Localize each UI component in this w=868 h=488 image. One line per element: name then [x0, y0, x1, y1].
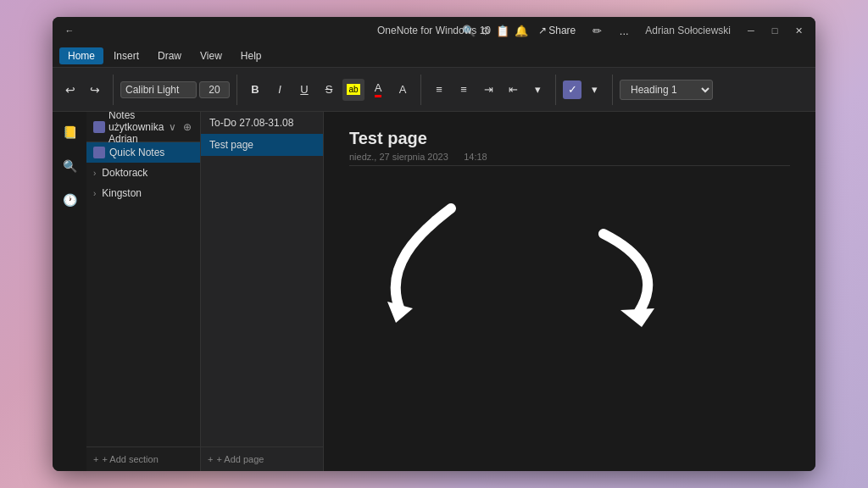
window-title: OneNote for Windows 10	[377, 25, 491, 36]
page-test[interactable]: Test page	[201, 134, 323, 156]
section-kingston-label: Kingston	[102, 187, 142, 199]
share-button[interactable]: ↗ Share	[533, 19, 581, 42]
notebooks-header: Notes użytkownika Adrian ∨ ⊕	[86, 112, 200, 142]
checkbox-dropdown[interactable]: ▾	[583, 79, 605, 101]
chevron-right-icon: ›	[93, 169, 96, 178]
share-icon: ↗	[538, 25, 547, 36]
outdent-button[interactable]: ⇤	[502, 79, 524, 101]
add-section-button[interactable]: + + Add section	[93, 454, 159, 464]
add-page-icon: +	[208, 454, 213, 464]
minimize-button[interactable]: ─	[741, 22, 761, 39]
underline-button[interactable]: U	[293, 79, 315, 101]
notebook-dropdown-btn[interactable]: ∨	[167, 119, 178, 135]
menu-insert[interactable]: Insert	[105, 47, 147, 64]
ribbon-separator-4	[555, 75, 556, 105]
maximize-button[interactable]: □	[765, 22, 785, 39]
menu-home[interactable]: Home	[59, 47, 103, 64]
chevron-right-icon-2: ›	[93, 189, 96, 198]
italic-button[interactable]: I	[269, 79, 291, 101]
ribbon: ↩ ↪ B I U S ab A A ≡ ≡ ⇥ ⇤ ▾	[53, 68, 815, 112]
highlight-icon: ab	[347, 84, 359, 95]
format-group: B I U S ab A A	[244, 79, 414, 101]
page-todo-label: To-Do 27.08-31.08	[209, 117, 293, 129]
font-color-icon: A	[375, 81, 382, 97]
add-section-label: + Add section	[102, 454, 158, 464]
more-options-button[interactable]: ...	[613, 19, 635, 42]
heading-group: Heading 1 Heading 2 Heading 3 Normal	[620, 80, 713, 100]
icon-sidebar: 📒 🔍 🕐	[53, 112, 86, 471]
list-group: ≡ ≡ ⇥ ⇤ ▾	[428, 79, 548, 101]
ribbon-separator-3	[420, 75, 421, 105]
notebook-icon: 📒	[63, 125, 77, 139]
title-bar: ← OneNote for Windows 10 🔍 ⚙ 📋 🔔 ↗ Share…	[53, 17, 815, 44]
checkbox-icon: ✓	[563, 80, 581, 99]
search-sidebar-btn[interactable]: 🔍	[56, 152, 83, 180]
menu-bar: Home Insert Draw View Help	[53, 44, 815, 68]
section-quick-icon	[93, 147, 105, 158]
title-bar-right: 🔍 ⚙ 📋 🔔 ↗ Share ✏ ... Adrian Sołociewski…	[462, 19, 809, 42]
notebook-label: Notes użytkownika Adrian	[108, 112, 164, 145]
ribbon-separator-2	[236, 75, 237, 105]
add-page-label: + Add page	[216, 454, 264, 464]
page-todo[interactable]: To-Do 27.08-31.08	[201, 112, 323, 134]
pages-footer: + + Add page	[201, 446, 323, 471]
list-more-button[interactable]: ▾	[526, 79, 548, 101]
highlight-button[interactable]: ab	[342, 79, 364, 101]
ribbon-separator-1	[113, 75, 114, 105]
onenote-window: ← OneNote for Windows 10 🔍 ⚙ 📋 🔔 ↗ Share…	[53, 17, 815, 471]
notebook-sidebar-btn[interactable]: 📒	[56, 119, 83, 146]
section-quick-notes[interactable]: Quick Notes	[86, 142, 200, 163]
ribbon-separator-5	[612, 75, 613, 105]
redo-button[interactable]: ↪	[84, 78, 106, 102]
menu-view[interactable]: View	[192, 47, 231, 64]
bell-icon[interactable]: 🔔	[515, 25, 528, 37]
bullets-button[interactable]: ≡	[428, 79, 450, 101]
left-arrow-path	[396, 208, 451, 310]
strikethrough-button[interactable]: S	[318, 79, 340, 101]
menu-help[interactable]: Help	[232, 47, 270, 64]
notebook-icon[interactable]: 📋	[496, 25, 509, 37]
font-group	[120, 81, 230, 98]
bold-button[interactable]: B	[244, 79, 266, 101]
checkbox-group: ✓ ▾	[563, 79, 605, 101]
undo-redo-group: ↩ ↪	[59, 78, 106, 102]
page-meta: niedz., 27 sierpnia 2023 14:18	[349, 152, 790, 166]
search-icon: 🔍	[63, 159, 77, 173]
section-quick-label: Quick Notes	[109, 147, 164, 158]
add-section-icon: +	[93, 454, 98, 464]
notebooks-footer: + + Add section	[86, 446, 200, 471]
font-size-input[interactable]	[199, 81, 230, 98]
page-test-label: Test page	[209, 139, 253, 151]
undo-button[interactable]: ↩	[59, 78, 81, 102]
indent-button[interactable]: ⇥	[477, 79, 499, 101]
recent-sidebar-btn[interactable]: 🕐	[56, 186, 83, 214]
section-doktorack[interactable]: › Doktorack	[86, 163, 200, 183]
back-button[interactable]: ←	[59, 22, 80, 39]
arrows-svg	[349, 183, 773, 352]
right-arrow-head	[620, 308, 654, 327]
right-arrow-path	[604, 234, 648, 314]
font-name-input[interactable]	[120, 81, 197, 98]
recent-icon: 🕐	[63, 193, 77, 207]
clear-format-button[interactable]: A	[392, 79, 414, 101]
add-page-icon-btn[interactable]: ⊕	[181, 119, 193, 135]
arrow-container	[349, 183, 790, 352]
page-title: Test page	[349, 129, 790, 148]
editor-area[interactable]: Test page niedz., 27 sierpnia 2023 14:18	[324, 112, 815, 471]
page-date: niedz., 27 sierpnia 2023	[349, 152, 448, 162]
close-button[interactable]: ✕	[788, 22, 809, 39]
username: Adrian Sołociewski	[645, 25, 731, 36]
font-color-button[interactable]: A	[367, 79, 389, 101]
heading-select[interactable]: Heading 1 Heading 2 Heading 3 Normal	[620, 80, 713, 100]
section-kingston[interactable]: › Kingston	[86, 183, 200, 203]
pages-panel: To-Do 27.08-31.08 Test page + + Add page	[201, 112, 324, 471]
numbering-button[interactable]: ≡	[453, 79, 475, 101]
pen-button[interactable]: ✏	[586, 19, 608, 42]
main-content: 📒 🔍 🕐 Notes użytkownika Adrian ∨ ⊕ Quick…	[53, 112, 815, 471]
title-bar-left: ←	[59, 22, 80, 39]
notebook-color-icon	[93, 121, 105, 133]
back-icon: ←	[65, 25, 75, 36]
add-page-button[interactable]: + + Add page	[208, 454, 264, 464]
menu-draw[interactable]: Draw	[149, 47, 190, 64]
page-time: 14:18	[464, 152, 487, 162]
